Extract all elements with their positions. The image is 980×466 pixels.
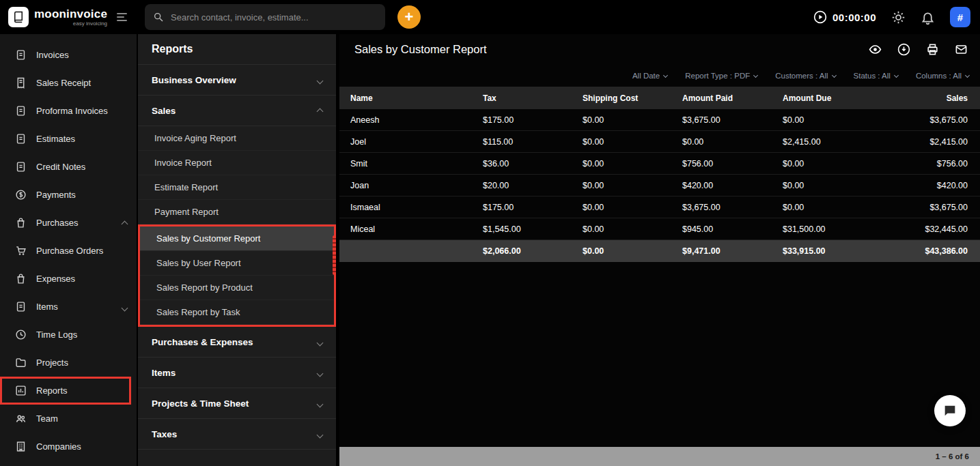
report-item-sales-by-customer[interactable]: Sales by Customer Report: [140, 227, 334, 251]
app-root: mooninvoice easy invoicing + 00:00:00 # …: [0, 0, 980, 466]
report-item-invoice-report[interactable]: Invoice Report: [138, 151, 336, 175]
sidebar-item-team[interactable]: Team: [0, 405, 137, 433]
table-totals-row: $2,066.00$0.00$9,471.00$33,915.00$43,386…: [339, 240, 980, 262]
sidebar-item-invoices[interactable]: Invoices: [0, 41, 137, 69]
payments-dollar-icon: [15, 189, 27, 201]
mooninvoice-logo-icon[interactable]: [8, 7, 29, 27]
table-row[interactable]: Ismaeal$175.00$0.00$3,675.00$0.00$3,675.…: [339, 196, 980, 218]
table-row[interactable]: Smit$36.00$0.00$756.00$0.00$756.00: [339, 153, 980, 175]
clock-icon: [15, 329, 27, 340]
filter-status-dropdown[interactable]: Status : All: [854, 72, 898, 80]
sidebar: Invoices Sales Receipt Proforma Invoices…: [0, 34, 137, 466]
notifications-bell-icon[interactable]: [921, 10, 935, 25]
search-icon: [153, 12, 164, 23]
chevron-up-icon: [318, 106, 322, 116]
chevron-up-icon: [122, 217, 127, 229]
items-icon: [15, 301, 27, 312]
global-search[interactable]: [145, 4, 385, 30]
folder-icon: [15, 357, 27, 368]
settings-gear-icon[interactable]: [891, 10, 906, 25]
print-icon[interactable]: [926, 43, 939, 56]
topbar-right: 00:00:00 #: [813, 7, 970, 27]
expenses-icon: [15, 273, 27, 285]
sidebar-item-companies[interactable]: Companies: [0, 433, 137, 461]
building-icon: [15, 441, 27, 452]
sidebar-item-items[interactable]: Items: [0, 293, 137, 321]
chevron-down-icon: [894, 72, 899, 77]
credit-note-icon: [15, 161, 27, 173]
chevron-down-icon: [753, 72, 758, 77]
table-row[interactable]: Joel$115.00$0.00$0.00$2,415.00$2,415.00: [339, 131, 980, 153]
sidebar-item-estimates[interactable]: Estimates: [0, 125, 137, 153]
chevron-down-icon: [318, 398, 322, 409]
sidebar-item-purchases[interactable]: Purchases: [0, 209, 137, 237]
section-projects-time-sheet[interactable]: Projects & Time Sheet: [138, 388, 336, 419]
email-icon[interactable]: [955, 43, 968, 56]
filter-customers-dropdown[interactable]: Customers : All: [775, 72, 835, 80]
chevron-down-icon: [663, 72, 668, 77]
sidebar-item-sales-receipt[interactable]: Sales Receipt: [0, 69, 137, 97]
filter-date-dropdown[interactable]: All Date: [632, 72, 667, 80]
report-item-sales-by-product[interactable]: Sales Report by Product: [140, 276, 334, 300]
table-row[interactable]: Aneesh$175.00$0.00$3,675.00$0.00$3,675.0…: [339, 109, 980, 131]
logo-name: mooninvoice: [34, 8, 107, 20]
table-header-row: Name Tax Shipping Cost Amount Paid Amoun…: [339, 87, 980, 109]
purchases-bag-icon: [15, 217, 27, 229]
table-row[interactable]: Miceal$1,545.00$0.00$945.00$31,500.00$32…: [339, 218, 980, 240]
chevron-down-icon: [318, 75, 322, 85]
sidebar-item-credit-notes[interactable]: Credit Notes: [0, 153, 137, 181]
chevron-down-icon: [832, 72, 837, 77]
purchase-orders-cart-icon: [15, 245, 27, 257]
menu-toggle-icon[interactable]: [117, 13, 127, 21]
pagination-bar[interactable]: 1 – 6 of 6: [339, 447, 980, 466]
report-item-sales-by-user[interactable]: Sales by User Report: [140, 251, 334, 276]
chat-support-button[interactable]: [934, 395, 966, 426]
reports-panel-title: Reports: [138, 34, 336, 65]
table-row[interactable]: Joan$20.00$0.00$420.00$0.00$420.00: [339, 175, 980, 196]
sidebar-item-projects[interactable]: Projects: [0, 349, 137, 377]
section-sales[interactable]: Sales: [138, 96, 336, 126]
filter-report-type-dropdown[interactable]: Report Type : PDF: [685, 72, 757, 80]
search-input[interactable]: [171, 12, 377, 23]
download-icon[interactable]: [897, 43, 910, 56]
topbar: mooninvoice easy invoicing + 00:00:00 #: [0, 0, 980, 34]
chevron-down-icon: [318, 368, 322, 378]
hash-button[interactable]: #: [950, 7, 970, 27]
chevron-down-icon: [318, 337, 322, 347]
filter-bar: All Date Report Type : PDF Customers : A…: [339, 65, 980, 87]
invoice-icon: [15, 49, 27, 61]
play-icon: [813, 10, 827, 24]
panel-scrollbar-thumb[interactable]: [333, 235, 336, 275]
sidebar-item-time-logs[interactable]: Time Logs: [0, 321, 137, 349]
preview-eye-icon[interactable]: [869, 43, 882, 56]
section-taxes[interactable]: Taxes: [138, 419, 336, 450]
proforma-invoice-icon: [15, 105, 27, 117]
report-item-payment-report[interactable]: Payment Report: [138, 200, 336, 224]
logo-text: mooninvoice easy invoicing: [34, 8, 107, 27]
logo-tagline: easy invoicing: [34, 21, 107, 27]
receipt-icon: [15, 77, 27, 89]
sidebar-item-purchase-orders[interactable]: Purchase Orders: [0, 237, 137, 265]
sidebar-item-payments[interactable]: Payments: [0, 181, 137, 209]
report-item-sales-by-task[interactable]: Sales Report by Task: [140, 300, 334, 325]
section-purchases-expenses[interactable]: Purchases & Expenses: [138, 327, 336, 358]
team-icon: [15, 413, 27, 424]
reports-panel: Reports Business Overview Sales Invoice …: [137, 34, 339, 466]
add-new-button[interactable]: +: [397, 5, 421, 29]
report-item-estimate-report[interactable]: Estimate Report: [138, 175, 336, 200]
chevron-down-icon: [122, 301, 127, 313]
report-item-invoice-aging[interactable]: Invoice Aging Report: [138, 126, 336, 151]
section-business-overview[interactable]: Business Overview: [138, 65, 336, 96]
report-content: Sales by Customer Report All Date Report…: [339, 34, 980, 466]
sidebar-item-proforma-invoices[interactable]: Proforma Invoices: [0, 97, 137, 125]
report-actions: [869, 43, 968, 56]
chat-icon: [942, 403, 957, 418]
section-items[interactable]: Items: [138, 358, 336, 388]
sidebar-item-reports[interactable]: Reports: [0, 377, 131, 405]
highlight-annotation-box: Sales by Customer Report Sales by User R…: [138, 224, 336, 327]
page-title: Sales by Customer Report: [354, 43, 487, 56]
sidebar-item-expenses[interactable]: Expenses: [0, 265, 137, 293]
logo-area: mooninvoice easy invoicing: [8, 7, 137, 27]
time-tracker[interactable]: 00:00:00: [813, 10, 876, 24]
filter-columns-dropdown[interactable]: Columns : All: [916, 72, 969, 80]
